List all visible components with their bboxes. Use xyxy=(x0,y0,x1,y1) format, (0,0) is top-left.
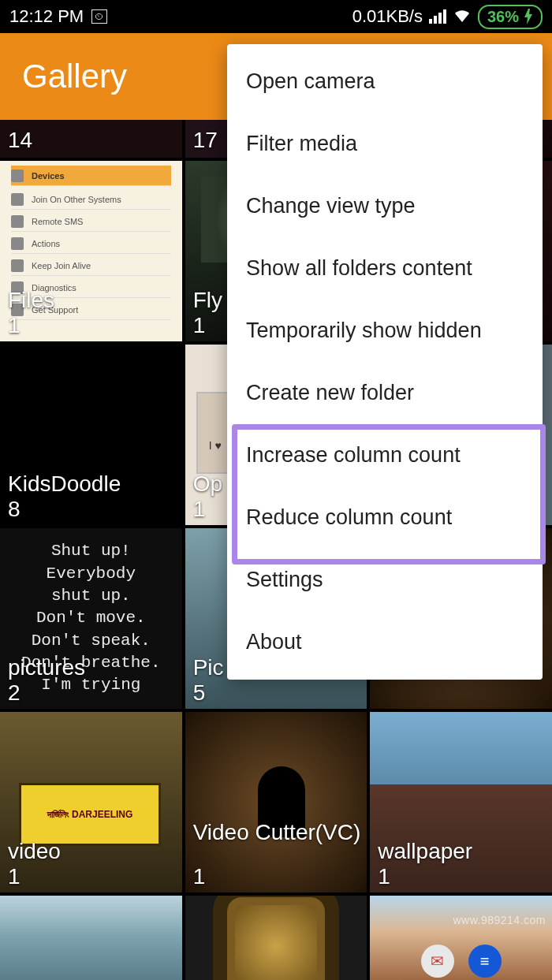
menu-show-all-folders[interactable]: Show all folders content xyxy=(227,237,543,300)
overflow-menu: Open camera Filter media Change view typ… xyxy=(227,44,543,680)
menu-show-hidden[interactable]: Temporarily show hidden xyxy=(227,300,543,362)
folder-tile[interactable]: Shut up! Everybody shut up. Don't move. … xyxy=(0,528,182,709)
folder-name: Fly xyxy=(193,288,222,313)
folder-count: 5 xyxy=(193,680,206,706)
folder-tile[interactable] xyxy=(185,896,367,980)
status-bar: 12:12 PM ⏲ 0.01KB/s 36% xyxy=(0,0,552,33)
menu-increase-columns[interactable]: Increase column count xyxy=(227,424,543,486)
folder-count: 17 xyxy=(193,128,218,153)
net-speed: 0.01KB/s xyxy=(352,6,423,27)
app-icon: ✉ xyxy=(421,945,454,978)
menu-reduce-columns[interactable]: Reduce column count xyxy=(227,486,543,549)
folder-tile[interactable]: ✉≡ xyxy=(370,896,552,980)
app-title: Gallery xyxy=(22,58,127,95)
folder-name: pictures xyxy=(8,655,85,680)
folder-count: 1 xyxy=(8,864,21,889)
folder-tile[interactable]: KidsDoodle 8 xyxy=(0,345,182,525)
folder-name: video xyxy=(8,839,61,864)
folder-tile[interactable]: 14 xyxy=(0,120,182,158)
folder-count: 8 xyxy=(8,497,21,522)
folder-count: 1 xyxy=(8,313,21,338)
battery-pct: 36% xyxy=(487,8,519,26)
folder-name: Pic xyxy=(193,655,224,680)
folder-count: 1 xyxy=(193,497,206,522)
folder-count: 1 xyxy=(193,864,206,889)
alarm-icon: ⏲ xyxy=(91,9,107,24)
menu-open-camera[interactable]: Open camera xyxy=(227,50,543,113)
folder-count: 2 xyxy=(8,680,21,706)
folder-count: 1 xyxy=(378,864,390,889)
sign-thumb: দার্জিলিং DARJEELING xyxy=(19,783,161,846)
watermark: www.989214.com xyxy=(453,914,546,926)
wifi-icon xyxy=(453,6,472,27)
folder-name: KidsDoodle xyxy=(8,471,121,497)
status-time: 12:12 PM xyxy=(9,6,84,27)
app-icon: ≡ xyxy=(468,945,502,978)
folder-tile[interactable]: Video Cutter(VC) 1 xyxy=(185,712,367,892)
menu-change-view-type[interactable]: Change view type xyxy=(227,175,543,237)
folder-count: 14 xyxy=(8,128,32,153)
folder-tile[interactable] xyxy=(0,896,182,980)
folder-name: wallpaper xyxy=(378,839,472,864)
folder-count: 1 xyxy=(193,313,206,338)
menu-settings[interactable]: Settings xyxy=(227,549,543,611)
signal-icon xyxy=(429,9,446,24)
menu-create-folder[interactable]: Create new folder xyxy=(227,362,543,424)
status-left: 12:12 PM ⏲ xyxy=(9,6,107,27)
folder-name: Op xyxy=(193,471,222,497)
folder-tile[interactable]: wallpaper 1 xyxy=(370,712,552,892)
status-right: 0.01KB/s 36% xyxy=(352,5,543,29)
folder-tile[interactable]: দার্জিলিং DARJEELING video 1 xyxy=(0,712,182,892)
menu-about[interactable]: About xyxy=(227,611,543,673)
folder-name: Files xyxy=(8,288,54,313)
folder-name: Video Cutter(VC) xyxy=(193,821,361,845)
battery-indicator: 36% xyxy=(478,5,543,29)
menu-filter-media[interactable]: Filter media xyxy=(227,113,543,175)
folder-tile[interactable]: Devices Join On Other Systems Remote SMS… xyxy=(0,161,182,341)
quote-thumb: Shut up! Everybody shut up. Don't move. … xyxy=(0,528,182,709)
